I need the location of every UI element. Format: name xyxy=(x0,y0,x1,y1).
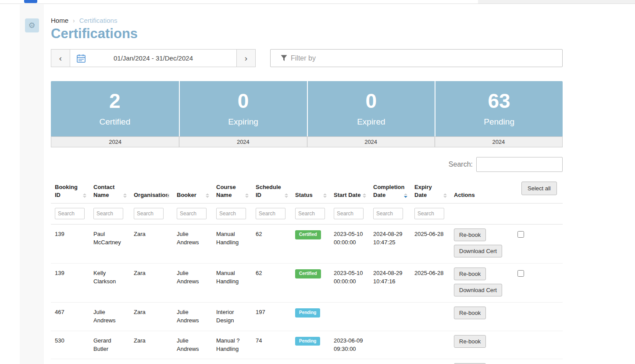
col-header-course-name[interactable]: Course Name xyxy=(212,176,252,203)
cell-actions: Re-book Download Cert xyxy=(450,225,514,263)
cell-select xyxy=(514,359,563,364)
table-row: 530 Gerard Butler Zara Julie Andrews Man… xyxy=(51,331,563,360)
cell-actions: Re-book xyxy=(450,359,514,364)
stat-label: Certified xyxy=(51,117,179,127)
cell-organisation: Zara xyxy=(130,359,173,364)
col-label: Start Date xyxy=(334,191,360,199)
date-range-value: 01/Jan/2024 - 31/Dec/2024 xyxy=(114,54,193,62)
cell-expiry-date: 2025-06-28 xyxy=(410,225,450,263)
stat-value: 63 xyxy=(435,87,563,114)
col-label: Contact Name xyxy=(93,183,122,199)
year-label: 2024 xyxy=(179,137,307,147)
sort-icon xyxy=(443,193,447,198)
top-chrome-right xyxy=(478,0,635,4)
sort-desc-icon xyxy=(404,193,407,198)
filter-icon xyxy=(281,55,287,63)
stat-value: 2 xyxy=(51,87,179,114)
filter-booking-id-input[interactable] xyxy=(55,208,85,219)
cell-schedule-id: 62 xyxy=(252,264,291,302)
col-header-status[interactable]: Status xyxy=(291,176,330,203)
chevron-right-icon: › xyxy=(245,54,247,63)
col-header-booking-id[interactable]: Booking ID xyxy=(51,176,89,203)
topbar-tab[interactable] xyxy=(24,0,37,3)
status-badge: Pending xyxy=(295,308,320,318)
col-label: Schedule ID xyxy=(256,183,283,199)
cell-organisation: Zara xyxy=(130,225,173,263)
cell-status: Certified xyxy=(291,225,330,263)
filter-expiry-date-input[interactable] xyxy=(414,208,444,219)
cell-contact-name: Gerard Butler xyxy=(89,331,130,359)
gear-icon: ⚙ xyxy=(28,21,35,30)
cell-contact-name: Paul McCartney xyxy=(89,225,130,263)
top-chrome-bar xyxy=(0,0,635,4)
col-header-completion-date[interactable]: Completion Date xyxy=(369,176,410,203)
cell-select xyxy=(514,225,563,263)
left-sidebar: ⚙ xyxy=(20,4,44,364)
col-header-organisation[interactable]: Organisation xyxy=(130,176,173,203)
next-period-button[interactable]: › xyxy=(236,49,256,67)
cell-course-name: Manual Handling xyxy=(212,225,252,263)
sort-icon xyxy=(206,193,209,198)
row-checkbox[interactable] xyxy=(517,270,524,277)
cell-schedule-id: 197 xyxy=(252,303,291,331)
table-row: 530 Gerard Butler Zara Julie Andrews Man… xyxy=(51,359,563,364)
cell-select xyxy=(514,331,563,359)
stat-pending: 63 Pending xyxy=(435,81,563,136)
col-header-actions: Actions xyxy=(450,176,514,203)
search-input[interactable] xyxy=(476,157,563,172)
rebook-button[interactable]: Re-book xyxy=(454,335,486,348)
filter-booker-input[interactable] xyxy=(177,208,207,219)
cell-booker: Julie Andrews xyxy=(173,225,212,263)
filter-schedule-id-input[interactable] xyxy=(256,208,285,219)
breadcrumb-home[interactable]: Home xyxy=(51,17,68,24)
cell-completion-date: 2024-08-29 10:47:16 xyxy=(369,264,410,302)
settings-button[interactable]: ⚙ xyxy=(25,18,39,32)
breadcrumb-separator-icon: › xyxy=(73,17,75,24)
select-all-button[interactable]: Select all xyxy=(521,182,557,195)
col-header-start-date[interactable]: Start Date xyxy=(330,176,369,203)
download-cert-button[interactable]: Download Cert xyxy=(454,284,502,296)
cell-start-date: 2023-06-09 09:30:00 xyxy=(330,331,369,359)
cell-start-date: 2023-05-19 09:00:00 xyxy=(330,359,369,364)
filter-start-date-input[interactable] xyxy=(334,208,364,219)
stat-label: Expired xyxy=(308,117,435,127)
col-label: Expiry Date xyxy=(414,183,442,199)
rebook-button[interactable]: Re-book xyxy=(454,228,486,241)
col-label: Booker xyxy=(177,191,196,199)
col-header-contact-name[interactable]: Contact Name xyxy=(89,176,130,203)
cell-actions: Re-book Download Cert xyxy=(450,264,514,302)
cell-status: Pending xyxy=(291,303,330,331)
date-range-field[interactable]: 01/Jan/2024 - 31/Dec/2024 xyxy=(70,49,237,67)
chevron-left-icon: ‹ xyxy=(59,54,62,63)
stat-certified: 2 Certified xyxy=(51,81,179,136)
col-label: Completion Date xyxy=(373,183,405,199)
cell-booking-id: 467 xyxy=(51,303,89,331)
status-badge: Pending xyxy=(295,337,320,346)
filter-status-input[interactable] xyxy=(295,208,325,219)
filter-course-name-input[interactable] xyxy=(216,208,246,219)
table-search-row: Search: xyxy=(51,157,563,172)
prev-period-button[interactable]: ‹ xyxy=(51,49,70,67)
col-header-booker[interactable]: Booker xyxy=(173,176,212,203)
rebook-button[interactable]: Re-book xyxy=(454,307,486,319)
filter-completion-date-input[interactable] xyxy=(373,208,403,219)
cell-contact-name: Gerard Butler xyxy=(89,359,130,364)
table-row: 139 Paul McCartney Zara Julie Andrews Ma… xyxy=(51,225,563,264)
cell-booker: Julie Andrews xyxy=(173,331,212,359)
cell-expiry-date xyxy=(410,331,450,359)
row-checkbox[interactable] xyxy=(517,231,524,238)
col-header-schedule-id[interactable]: Schedule ID xyxy=(252,176,291,203)
filter-input[interactable] xyxy=(270,49,563,67)
filter-contact-name-input[interactable] xyxy=(93,208,123,219)
cell-organisation: Zara xyxy=(130,303,173,331)
filter-organisation-input[interactable] xyxy=(134,208,164,219)
cell-completion-date xyxy=(369,303,410,331)
rebook-button[interactable]: Re-book xyxy=(454,268,486,280)
cell-schedule-id: 74 xyxy=(252,331,291,359)
cell-status: Certified xyxy=(291,264,330,302)
cell-status: Pending xyxy=(291,359,330,364)
col-header-expiry-date[interactable]: Expiry Date xyxy=(410,176,450,203)
cell-status: Pending xyxy=(291,331,330,359)
controls-row: ‹ 01/Jan/2024 - 31/Dec/2024 › xyxy=(51,49,563,67)
download-cert-button[interactable]: Download Cert xyxy=(454,245,502,257)
